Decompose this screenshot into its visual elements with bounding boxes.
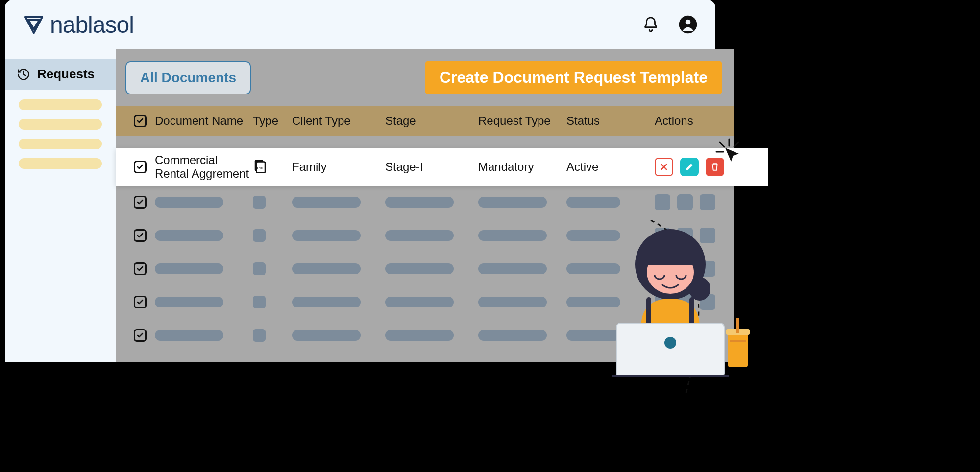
svg-rect-15 bbox=[612, 375, 729, 377]
cell-type: PDF bbox=[253, 158, 292, 176]
main-panel: All Documents Create Document Request Te… bbox=[116, 49, 734, 362]
placeholder-bar bbox=[155, 330, 223, 341]
cell-client-type: Family bbox=[292, 160, 385, 174]
create-template-button[interactable]: Create Document Request Template bbox=[425, 61, 722, 94]
placeholder-bar bbox=[385, 263, 454, 274]
svg-line-5 bbox=[719, 142, 724, 147]
checkbox-icon[interactable] bbox=[134, 262, 147, 275]
placeholder-bar bbox=[292, 230, 361, 241]
svg-rect-16 bbox=[728, 333, 748, 367]
placeholder-bar bbox=[292, 197, 361, 208]
cell-status: Active bbox=[566, 160, 655, 174]
header-actions: Actions bbox=[655, 114, 724, 128]
svg-text:PDF: PDF bbox=[257, 166, 265, 170]
placeholder-bar bbox=[155, 197, 223, 208]
svg-rect-19 bbox=[730, 340, 746, 342]
checkbox-icon[interactable] bbox=[134, 329, 147, 342]
sidebar-placeholders bbox=[5, 90, 116, 179]
cell-document-name: Commercial Rental Aggrement bbox=[155, 153, 253, 181]
svg-rect-13 bbox=[616, 323, 724, 377]
history-icon bbox=[17, 68, 30, 81]
user-circle-icon bbox=[678, 15, 698, 34]
placeholder-bar bbox=[385, 330, 454, 341]
toolbar: All Documents Create Document Request Te… bbox=[116, 49, 734, 106]
svg-point-14 bbox=[664, 337, 676, 349]
svg-line-7 bbox=[734, 142, 739, 147]
bell-icon bbox=[642, 16, 659, 33]
placeholder-square bbox=[253, 296, 266, 308]
topbar: nablasol bbox=[5, 0, 715, 49]
placeholder-bar bbox=[478, 297, 547, 307]
tab-all-documents[interactable]: All Documents bbox=[125, 61, 251, 94]
brand-logo-icon bbox=[23, 13, 45, 36]
sidebar-placeholder bbox=[19, 99, 102, 110]
app-frame: nablasol Requests bbox=[5, 0, 715, 362]
svg-point-1 bbox=[686, 20, 691, 25]
svg-point-10 bbox=[689, 277, 710, 301]
row-spacer bbox=[116, 136, 734, 148]
placeholder-bar bbox=[155, 230, 223, 241]
placeholder-bar bbox=[292, 297, 361, 307]
placeholder-bar bbox=[385, 197, 454, 208]
row-checkbox[interactable] bbox=[125, 161, 155, 173]
placeholder-bar bbox=[478, 330, 547, 341]
row-close-button[interactable] bbox=[655, 158, 673, 176]
placeholder-bar bbox=[478, 197, 547, 208]
checkbox-icon[interactable] bbox=[134, 229, 147, 242]
table-row-placeholder bbox=[116, 186, 734, 219]
checkbox-icon[interactable] bbox=[134, 196, 147, 209]
svg-rect-18 bbox=[736, 318, 739, 333]
placeholder-bar bbox=[478, 230, 547, 241]
placeholder-bar bbox=[155, 263, 223, 274]
placeholder-bar bbox=[385, 297, 454, 307]
sidebar-item-requests[interactable]: Requests bbox=[5, 59, 116, 90]
header-client-type: Client Type bbox=[292, 114, 385, 128]
header-document-name: Document Name bbox=[155, 114, 253, 128]
placeholder-square bbox=[253, 262, 266, 275]
checkbox-icon bbox=[134, 161, 147, 173]
placeholder-bar bbox=[292, 263, 361, 274]
placeholder-bar bbox=[155, 297, 223, 307]
header-select-all[interactable] bbox=[125, 115, 155, 127]
placeholder-square bbox=[253, 196, 266, 209]
placeholder-bar bbox=[385, 230, 454, 241]
close-icon bbox=[660, 163, 668, 171]
header-type: Type bbox=[253, 114, 292, 128]
notifications-button[interactable] bbox=[641, 15, 661, 34]
placeholder-bar bbox=[566, 197, 620, 208]
topbar-actions bbox=[641, 15, 698, 34]
coffee-cup-icon bbox=[719, 318, 759, 372]
cell-stage: Stage-I bbox=[385, 160, 478, 174]
placeholder-square bbox=[253, 329, 266, 342]
sidebar-placeholder bbox=[19, 119, 102, 130]
checkbox-icon[interactable] bbox=[134, 296, 147, 308]
placeholder-square bbox=[253, 229, 266, 242]
cursor-click-icon bbox=[714, 137, 744, 166]
pencil-icon bbox=[685, 163, 694, 171]
svg-rect-12 bbox=[648, 250, 693, 265]
row-edit-button[interactable] bbox=[680, 158, 699, 176]
checkbox-icon bbox=[134, 115, 147, 127]
body: Requests All Documents Create Document R… bbox=[5, 49, 715, 362]
placeholder-bar bbox=[478, 263, 547, 274]
brand-name: nablasol bbox=[50, 11, 134, 38]
header-status: Status bbox=[566, 114, 655, 128]
placeholder-square bbox=[700, 194, 715, 210]
account-button[interactable] bbox=[678, 15, 698, 34]
placeholder-bar bbox=[292, 330, 361, 341]
sidebar: Requests bbox=[5, 49, 116, 362]
sidebar-placeholder bbox=[19, 139, 102, 149]
sidebar-placeholder bbox=[19, 158, 102, 169]
sidebar-item-label: Requests bbox=[37, 67, 95, 82]
header-stage: Stage bbox=[385, 114, 478, 128]
placeholder-square bbox=[655, 194, 670, 210]
table-header: Document Name Type Client Type Stage Req… bbox=[116, 106, 734, 136]
pdf-icon: PDF bbox=[253, 158, 268, 173]
placeholder-square bbox=[677, 194, 693, 210]
header-request-type: Request Type bbox=[478, 114, 566, 128]
brand: nablasol bbox=[23, 11, 134, 38]
table-row-active[interactable]: Commercial Rental Aggrement PDF Family S… bbox=[116, 148, 768, 186]
cell-request-type: Mandatory bbox=[478, 160, 566, 174]
